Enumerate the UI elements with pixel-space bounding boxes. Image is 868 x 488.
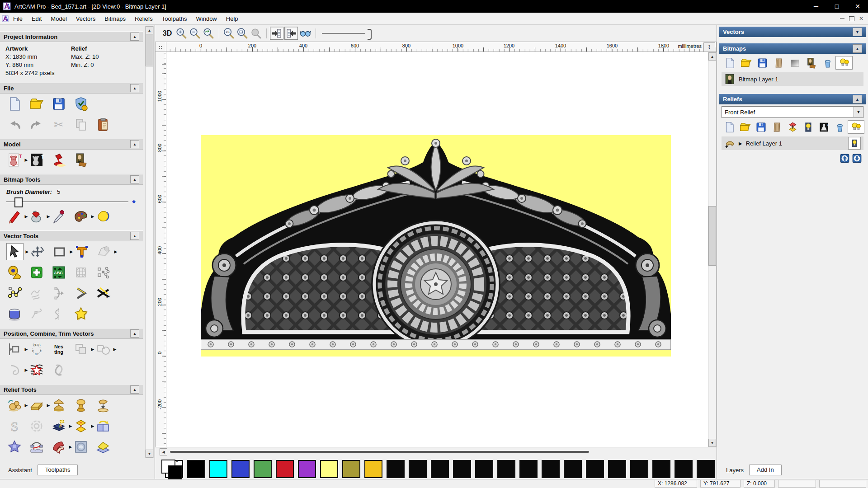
slider-spin-icon[interactable]: ◆ — [132, 199, 136, 204]
collapse-section-icon[interactable]: ▲ — [130, 175, 139, 183]
light-material-button[interactable] — [51, 152, 67, 168]
reliefs-panel-header[interactable]: Reliefs ▲ — [719, 94, 866, 104]
menu-reliefs[interactable]: Reliefs — [130, 14, 157, 24]
colour-swatch[interactable] — [364, 460, 382, 478]
section-profile-button[interactable] — [51, 306, 67, 322]
assistant-scrollbar[interactable]: ▲ ▼ — [145, 26, 154, 458]
combine-relief-layer-button[interactable] — [785, 121, 801, 133]
tab-layers[interactable]: Layers — [721, 465, 749, 475]
horizontal-scrollbar[interactable]: ◀ — [155, 448, 717, 455]
layer-visibility-button[interactable] — [848, 137, 861, 150]
zoom-slider-handle[interactable] — [368, 29, 372, 40]
weave-wizard-button[interactable] — [28, 418, 45, 434]
open-model-button[interactable] — [28, 96, 45, 112]
menu-vectors[interactable]: Vectors — [71, 14, 100, 24]
texture-relief-layer-button[interactable] — [769, 121, 785, 133]
colour-swatch[interactable] — [475, 460, 493, 478]
nesting-button[interactable] — [51, 341, 67, 357]
relief-layer-name[interactable]: Relief Layer 1 — [746, 140, 782, 147]
add-relief-button[interactable] — [51, 397, 67, 413]
scroll-left-icon[interactable]: ◀ — [160, 448, 167, 455]
menu-model[interactable]: Model — [46, 14, 71, 24]
save-model-button[interactable] — [51, 96, 67, 112]
basket-weave-button[interactable] — [28, 460, 45, 461]
tab-addin[interactable]: Add In — [749, 464, 782, 475]
vectors-panel-header[interactable]: Vectors ▼ — [719, 27, 866, 37]
join-vectors-button[interactable] — [6, 362, 23, 378]
secondary-colour-swatch[interactable] — [168, 465, 182, 479]
menu-bitmaps[interactable]: Bitmaps — [100, 14, 130, 24]
colour-swatch[interactable] — [276, 460, 294, 478]
zoom-fit-button[interactable] — [236, 27, 249, 39]
menu-toolpaths[interactable]: Toolpaths — [157, 14, 192, 24]
paste-along-curve-button[interactable] — [95, 264, 111, 281]
scrollbar-thumb[interactable] — [170, 451, 589, 453]
new-bitmap-layer-button[interactable] — [722, 56, 738, 69]
collapse-up-icon[interactable]: ▲ — [853, 95, 862, 103]
create-star-button[interactable] — [73, 306, 89, 322]
envelope-distortion-button[interactable] — [96, 244, 112, 260]
scatter-relief-button[interactable] — [95, 460, 111, 461]
redo-button[interactable] — [28, 117, 45, 133]
colour-swatch[interactable] — [630, 460, 648, 478]
calculate-relief-button[interactable] — [6, 397, 23, 413]
new-model-button[interactable] — [6, 96, 23, 112]
colour-swatch[interactable] — [586, 460, 604, 478]
merge-relief-button[interactable] — [95, 397, 111, 413]
create-boundary-button[interactable] — [6, 306, 23, 322]
colour-swatch[interactable] — [409, 460, 427, 478]
interlock-vectors-button[interactable] — [51, 362, 67, 378]
weld-vectors-button[interactable] — [95, 341, 111, 357]
colour-swatch[interactable] — [542, 460, 560, 478]
colour-swatch[interactable] — [387, 460, 405, 478]
face-wizard-button[interactable] — [73, 439, 89, 455]
colour-swatch[interactable] — [209, 460, 227, 478]
two-rail-sweep-button[interactable] — [28, 439, 45, 455]
zoom-1to1-button[interactable] — [222, 27, 235, 39]
add-plane-button[interactable] — [28, 397, 45, 413]
collapse-section-icon[interactable]: ▲ — [130, 140, 139, 148]
zoom-object-button[interactable] — [250, 27, 262, 39]
text-on-curve-button[interactable] — [28, 341, 45, 357]
model-options-button[interactable] — [73, 96, 89, 112]
texture-bitmap-button[interactable] — [770, 56, 787, 69]
zoom-out-button[interactable] — [189, 27, 201, 39]
cone-relief-button[interactable] — [51, 460, 67, 461]
save-bitmap-layer-button[interactable] — [754, 56, 770, 69]
emboss-wizard-button[interactable] — [51, 418, 67, 434]
colour-swatch[interactable] — [697, 460, 715, 478]
vector-texture-button[interactable] — [28, 362, 45, 378]
expand-layer-icon[interactable]: ▶ — [739, 141, 742, 146]
colour-swatch[interactable] — [675, 460, 693, 478]
open-bitmap-layer-button[interactable] — [738, 56, 754, 69]
sphere-relief-button[interactable] — [73, 460, 89, 461]
mdi-restore-icon[interactable] — [849, 16, 854, 21]
next-view-button[interactable] — [284, 27, 298, 40]
flood-select-button[interactable] — [95, 208, 111, 225]
colour-swatch[interactable] — [187, 460, 205, 478]
menu-file[interactable]: File — [9, 14, 27, 24]
move-layer-up-icon[interactable] — [840, 154, 849, 163]
select-vectors-button[interactable] — [6, 243, 24, 260]
bitmaps-panel-header[interactable]: Bitmaps ▲ — [719, 43, 866, 54]
maximize-button[interactable]: □ — [826, 0, 847, 13]
colour-picker-button[interactable] — [51, 208, 67, 225]
offset-vector-button[interactable] — [73, 285, 89, 301]
toggle-relief-visibility-button[interactable] — [848, 120, 864, 134]
relief-visibility-button[interactable] — [800, 121, 816, 133]
create-polyline-button[interactable] — [6, 285, 23, 301]
mesh-creator-button[interactable] — [73, 264, 89, 281]
zoom-previous-button[interactable] — [202, 27, 215, 39]
group-vectors-button[interactable] — [73, 341, 89, 357]
ruler-corner[interactable] — [155, 42, 166, 52]
delete-bitmap-layer-button[interactable] — [819, 56, 835, 69]
copy-button[interactable] — [73, 117, 89, 133]
ruler-units-dropdown[interactable]: ▼▼ — [703, 42, 715, 52]
switch-3d-view-button[interactable]: 3D — [160, 27, 174, 39]
bear-greyscale-button[interactable] — [28, 152, 45, 168]
move-layer-down-icon[interactable] — [852, 154, 862, 163]
bear-artwork-button[interactable] — [6, 152, 23, 168]
text-block-button[interactable] — [51, 264, 67, 281]
offset-relief-button[interactable] — [73, 418, 89, 434]
undo-button[interactable] — [6, 117, 23, 133]
